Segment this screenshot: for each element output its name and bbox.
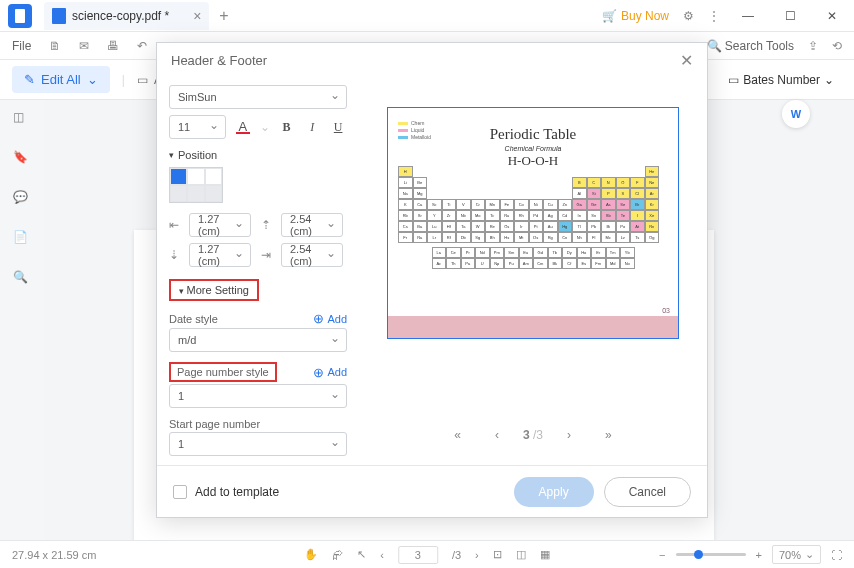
- maximize-button[interactable]: ☐: [776, 9, 804, 23]
- page-style-select[interactable]: 1: [169, 384, 347, 408]
- dialog-header: Header & Footer ✕: [157, 43, 707, 79]
- menu-icon[interactable]: ⋮: [708, 9, 720, 23]
- preview-page: Chem Liquid Metalloid Periodic Table Che…: [387, 107, 679, 339]
- margin-left-input[interactable]: 1.27 (cm): [189, 213, 251, 237]
- cloud-icon[interactable]: ⟲: [832, 39, 842, 53]
- page-number-style-label: Page number style: [169, 362, 277, 382]
- prev-page-icon[interactable]: ‹: [380, 549, 384, 561]
- preview-footer-bar: [388, 316, 678, 338]
- font-size-select[interactable]: 11: [169, 115, 226, 139]
- edit-all-button[interactable]: ✎ Edit All ⌄: [12, 66, 110, 93]
- margin-top-input[interactable]: 2.54 (cm): [281, 213, 343, 237]
- zoom-in-button[interactable]: +: [756, 549, 762, 561]
- legend: Chem Liquid Metalloid: [398, 120, 431, 141]
- preview-panel: Chem Liquid Metalloid Periodic Table Che…: [359, 79, 707, 465]
- page-icon: ▭: [728, 73, 739, 87]
- next-page-button[interactable]: ›: [557, 424, 581, 446]
- margin-bottom-input[interactable]: 1.27 (cm): [189, 243, 251, 267]
- date-style-label: Date style: [169, 313, 218, 325]
- cancel-button[interactable]: Cancel: [604, 477, 691, 507]
- preview-pager: « ‹ 3 /3 › »: [369, 415, 697, 455]
- margin-right: ⇥ 2.54 (cm): [261, 243, 343, 267]
- fit-width-icon[interactable]: ⊡: [493, 548, 502, 561]
- first-page-button[interactable]: «: [444, 424, 471, 446]
- page-number-mark: 03: [662, 307, 670, 314]
- search-tools[interactable]: 🔍 Search Tools: [707, 39, 795, 53]
- start-page-label: Start page number: [169, 418, 260, 430]
- buy-now-button[interactable]: 🛒 Buy Now: [602, 9, 669, 23]
- file-menu[interactable]: File: [12, 39, 31, 53]
- last-page-button[interactable]: »: [595, 424, 622, 446]
- dialog-footer: Add to template Apply Cancel: [157, 465, 707, 517]
- close-button[interactable]: ✕: [818, 9, 846, 23]
- pencil-icon: ✎: [24, 72, 35, 87]
- date-style-select[interactable]: m/d: [169, 328, 347, 352]
- total-pages: /3: [452, 549, 461, 561]
- header-footer-dialog: Header & Footer ✕ SimSun 11 A ⌄ B I U ▾P…: [156, 42, 708, 518]
- page-dimensions: 27.94 x 21.59 cm: [12, 549, 96, 561]
- document-tab[interactable]: science-copy.pdf * ×: [44, 2, 209, 30]
- next-page-icon[interactable]: ›: [475, 549, 479, 561]
- bookmarks-icon[interactable]: 🔖: [13, 150, 31, 168]
- search-icon[interactable]: 🔍: [13, 270, 31, 288]
- page-indicator: 3 /3: [523, 428, 543, 442]
- more-setting-section[interactable]: More Setting: [169, 279, 347, 301]
- fit-page-icon[interactable]: ◫: [516, 548, 526, 561]
- margin-right-icon: ⇥: [261, 248, 275, 262]
- position-section[interactable]: ▾Position: [169, 149, 347, 161]
- date-add-button[interactable]: Add: [313, 311, 347, 326]
- margin-top-icon: ⇡: [261, 218, 275, 232]
- zoom-out-button[interactable]: −: [659, 549, 665, 561]
- app-icon: [8, 4, 32, 28]
- undo-icon[interactable]: ↶: [137, 39, 147, 53]
- statusbar: 27.94 x 21.59 cm ✋ ⮳ ↖ ‹ 3 /3 › ⊡ ◫ ▦ − …: [0, 540, 854, 568]
- dialog-close-button[interactable]: ✕: [680, 51, 693, 70]
- minimize-button[interactable]: —: [734, 9, 762, 23]
- font-color-button[interactable]: A: [234, 116, 252, 138]
- chevron-down-icon: ⌄: [824, 73, 834, 87]
- zoom-select[interactable]: 70%⌄: [772, 545, 821, 564]
- margin-bottom-icon: ⇣: [169, 248, 183, 262]
- bold-button[interactable]: B: [278, 116, 296, 138]
- apply-button[interactable]: Apply: [514, 477, 594, 507]
- user-icon[interactable]: ⚙: [683, 9, 694, 23]
- mail-icon[interactable]: ✉: [79, 39, 89, 53]
- left-sidebar: ◫ 🔖 💬 📄 🔍: [0, 100, 44, 288]
- select-tool-icon[interactable]: ⮳: [332, 549, 343, 561]
- print-icon[interactable]: 🖶: [107, 39, 119, 53]
- hand-tool-icon[interactable]: ✋: [304, 548, 318, 561]
- chevron-down-icon: ⌄: [87, 72, 98, 87]
- titlebar: science-copy.pdf * × + 🛒 Buy Now ⚙ ⋮ — ☐…: [0, 0, 854, 32]
- share-icon[interactable]: ⇪: [808, 39, 818, 53]
- margin-bottom: ⇣ 1.27 (cm): [169, 243, 251, 267]
- tab-title: science-copy.pdf *: [72, 9, 169, 23]
- dialog-title: Header & Footer: [171, 53, 267, 68]
- add-to-template-checkbox[interactable]: [173, 485, 187, 499]
- fullscreen-icon[interactable]: ⛶: [831, 549, 842, 561]
- word-export-icon[interactable]: W: [782, 100, 810, 128]
- pdf-icon: [52, 8, 66, 24]
- font-family-select[interactable]: SimSun: [169, 85, 347, 109]
- start-page-select[interactable]: 1: [169, 432, 347, 456]
- new-tab-button[interactable]: +: [219, 7, 228, 25]
- layout-icon[interactable]: ▦: [540, 548, 550, 561]
- position-grid[interactable]: [169, 167, 223, 203]
- comments-icon[interactable]: 💬: [13, 190, 31, 208]
- margin-right-input[interactable]: 2.54 (cm): [281, 243, 343, 267]
- attachments-icon[interactable]: 📄: [13, 230, 31, 248]
- page-add-button[interactable]: Add: [313, 365, 347, 380]
- underline-button[interactable]: U: [329, 116, 347, 138]
- pointer-tool-icon[interactable]: ↖: [357, 548, 366, 561]
- prev-page-button[interactable]: ‹: [485, 424, 509, 446]
- settings-panel: SimSun 11 A ⌄ B I U ▾Position ⇤ 1.27 (cm…: [157, 79, 359, 465]
- margin-left-icon: ⇤: [169, 218, 183, 232]
- italic-button[interactable]: I: [303, 116, 321, 138]
- zoom-slider[interactable]: [676, 553, 746, 556]
- bates-number-button[interactable]: ▭ Bates Number ⌄: [720, 69, 842, 91]
- margin-top: ⇡ 2.54 (cm): [261, 213, 343, 237]
- save-icon[interactable]: 🗎: [49, 39, 61, 53]
- tab-close-button[interactable]: ×: [193, 8, 201, 24]
- page-number-input[interactable]: 3: [398, 546, 438, 564]
- thumbnails-icon[interactable]: ◫: [13, 110, 31, 128]
- divider: |: [122, 73, 125, 87]
